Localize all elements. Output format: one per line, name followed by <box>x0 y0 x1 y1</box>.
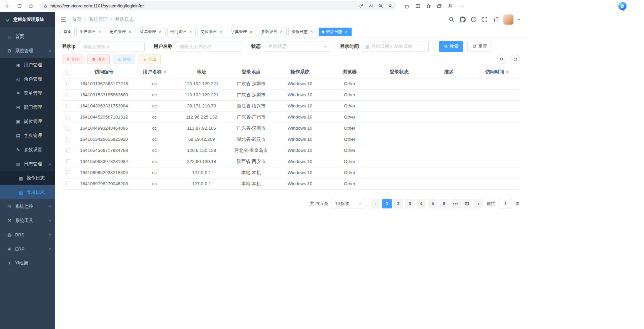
close-icon[interactable]: × <box>218 30 223 34</box>
password-key-icon[interactable] <box>359 3 364 8</box>
column-header-description[interactable]: 描述 <box>424 66 474 78</box>
app-logo[interactable]: 意框架管理系统 <box>0 12 55 27</box>
refresh-table-button[interactable] <box>510 55 520 64</box>
split-screen-icon[interactable] <box>415 3 421 9</box>
login-ip-input[interactable] <box>79 41 145 52</box>
page-button-21[interactable]: 21 <box>462 199 472 208</box>
tag-operation-log[interactable]: 操作日志× <box>288 28 317 36</box>
address-bar[interactable]: https://ccnetcore.com:1101/system/log/lo… <box>40 1 396 10</box>
browser-refresh-button[interactable] <box>15 1 24 11</box>
sort-icon[interactable] <box>164 69 166 75</box>
sidebar-item-system-monitor[interactable]: ⊡系统监控∨ <box>0 199 55 213</box>
row-checkbox[interactable] <box>66 182 71 186</box>
delete-button[interactable]: 删除 <box>62 55 84 64</box>
status-select[interactable]: 登录状态 <box>264 41 331 52</box>
sidebar-item-yi-framework[interactable]: ✈Yi框架 <box>0 256 55 270</box>
sidebar-item-operation-log[interactable]: ▦操作日志 <box>0 171 55 185</box>
close-icon[interactable]: × <box>97 30 102 34</box>
page-button-5[interactable]: 5 <box>428 199 437 208</box>
profile-icon[interactable] <box>448 3 453 9</box>
column-header-os[interactable]: 操作系统 <box>276 66 324 78</box>
unlock-button[interactable]: 解锁 <box>113 55 135 64</box>
select-all-checkbox[interactable] <box>66 70 71 75</box>
chevron-down-icon[interactable]: ▼ <box>622 9 625 12</box>
user-name-input[interactable] <box>176 41 242 52</box>
sidebar-item-role-management[interactable]: ◎角色管理 <box>0 72 55 86</box>
sidebar-item-system-management[interactable]: ⚙系统管理∧ <box>0 44 55 58</box>
tag-login-log[interactable]: 登录日志× <box>319 28 352 36</box>
export-button[interactable]: 导出 <box>139 55 161 64</box>
tag-post-management[interactable]: 岗位管理× <box>198 28 226 36</box>
help-icon[interactable]: ? <box>470 16 477 23</box>
add-favorite-icon[interactable] <box>388 3 393 8</box>
column-header-login-location[interactable]: 登录地点 <box>227 66 276 78</box>
page-button-2[interactable]: 2 <box>394 199 403 208</box>
more-pages-button[interactable]: ••• <box>451 199 460 208</box>
row-checkbox[interactable] <box>66 126 71 131</box>
search-button[interactable]: 搜索 <box>439 41 463 52</box>
row-checkbox[interactable] <box>66 93 71 97</box>
sidebar-item-log-management[interactable]: ▥日志管理∧ <box>0 157 55 171</box>
page-size-select[interactable]: 10条/页 <box>332 199 365 208</box>
sidebar-item-user-management[interactable]: ◉用户管理 <box>0 58 55 72</box>
row-checkbox[interactable] <box>66 137 71 142</box>
row-checkbox[interactable] <box>66 170 71 175</box>
zoom-out-icon[interactable] <box>378 3 383 8</box>
sidebar-item-home[interactable]: ⌂首页 <box>0 30 55 44</box>
breadcrumb-home[interactable]: 首页 <box>72 17 81 23</box>
fullscreen-icon[interactable] <box>481 16 489 23</box>
column-header-user-name[interactable]: 用户名称 <box>133 66 176 78</box>
jump-page-input[interactable] <box>499 199 512 208</box>
close-icon[interactable]: × <box>279 30 284 34</box>
more-menu-icon[interactable] <box>459 3 464 9</box>
close-icon[interactable]: × <box>158 30 163 34</box>
prev-page-button[interactable]: ‹ <box>371 199 380 208</box>
row-checkbox[interactable] <box>66 81 71 86</box>
column-header-login-status[interactable]: 登录状态 <box>375 66 424 78</box>
sidebar-item-login-log[interactable]: ▨登录日志 <box>0 185 55 199</box>
column-header-visit-id[interactable]: 访问编号 <box>75 66 133 78</box>
breadcrumb-system[interactable]: 系统管理 <box>89 17 108 23</box>
sidebar-item-dept-management[interactable]: ⊞部门管理 <box>0 100 55 114</box>
search-icon[interactable] <box>448 16 455 23</box>
collections-icon[interactable] <box>437 3 442 9</box>
page-button-4[interactable]: 4 <box>417 199 426 208</box>
sidebar-item-erp[interactable]: ◈ERP∨ <box>0 242 55 256</box>
row-checkbox[interactable] <box>66 159 71 164</box>
sidebar-toggle-icon[interactable] <box>61 17 67 23</box>
close-icon[interactable]: × <box>344 30 349 34</box>
github-icon[interactable] <box>459 16 466 23</box>
tag-home[interactable]: 首页 <box>61 28 75 36</box>
close-icon[interactable]: × <box>309 30 314 34</box>
column-header-address[interactable]: 地址 <box>176 66 227 78</box>
tag-dict-management[interactable]: 字典管理× <box>228 28 256 36</box>
column-header-visit-time[interactable]: 访问时间 <box>474 66 520 78</box>
row-checkbox[interactable] <box>66 104 71 108</box>
sidebar-item-bbs[interactable]: ◍BBS∨ <box>0 228 55 242</box>
login-time-range-picker[interactable]: ▦ 开始日期 - 结束日期 <box>362 41 429 52</box>
font-size-icon[interactable] <box>492 16 500 23</box>
next-page-button[interactable]: › <box>474 199 483 208</box>
page-button-1[interactable]: 1 <box>382 199 392 208</box>
extensions-icon[interactable] <box>404 3 410 9</box>
tag-param-settings[interactable]: 参数设置× <box>258 28 287 36</box>
sidebar-item-post-management[interactable]: ▣岗位管理 <box>0 114 55 129</box>
show-search-toggle-button[interactable] <box>497 55 506 64</box>
sidebar-item-menu-management[interactable]: ≡菜单管理 <box>0 86 55 100</box>
close-icon[interactable]: × <box>188 30 193 34</box>
row-checkbox[interactable] <box>66 148 71 153</box>
reset-button[interactable]: 重置 <box>467 41 492 52</box>
browser-home-button[interactable] <box>26 1 36 11</box>
column-header-browser[interactable]: 浏览器 <box>324 66 375 78</box>
close-icon[interactable]: × <box>249 30 253 34</box>
tag-role-management[interactable]: 角色管理× <box>107 28 135 36</box>
favorites-icon[interactable] <box>426 3 431 9</box>
browser-back-button[interactable] <box>3 1 13 11</box>
read-aloud-icon[interactable] <box>368 3 373 8</box>
page-button-3[interactable]: 3 <box>405 199 415 208</box>
user-avatar[interactable] <box>503 14 513 25</box>
close-icon[interactable]: × <box>128 30 132 34</box>
row-checkbox[interactable] <box>66 115 71 120</box>
page-button-6[interactable]: 6 <box>439 199 449 208</box>
sidebar-item-param-settings[interactable]: ✎参数设置 <box>0 143 55 157</box>
